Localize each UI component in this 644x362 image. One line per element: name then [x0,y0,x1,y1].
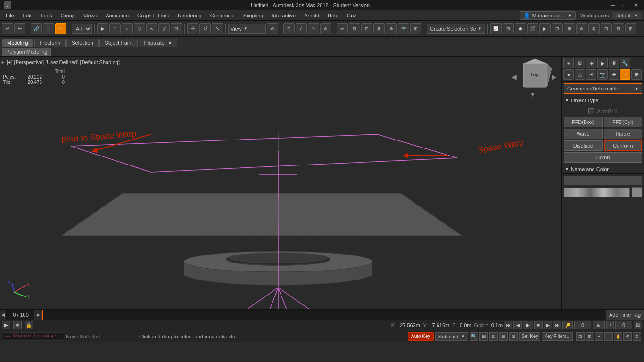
rp-display-icon[interactable]: 👁 [609,58,619,68]
menu-help[interactable]: Help [324,12,342,19]
menu-customize[interactable]: Customize [206,12,239,19]
autogrid-checkbox[interactable] [588,108,594,114]
time-config-button[interactable]: ⊞ [593,321,605,329]
frame-input[interactable] [574,321,591,329]
use-pivot-button[interactable]: ⊕ [267,23,278,34]
key-frame-input[interactable] [615,321,632,329]
maximize-button[interactable]: □ [621,2,628,8]
rp-motion-icon[interactable]: ▶ [597,58,608,68]
viewport-config-4[interactable]: ⊠ [509,332,518,341]
workspace-dropdown[interactable]: Default ▼ [612,12,642,19]
scale-button[interactable]: ⤡ [212,23,223,34]
render-last-button[interactable]: ⊡ [552,23,563,34]
rp-hierarchy-icon[interactable]: ⊞ [586,58,596,68]
align-camera-button[interactable]: 📷 [398,23,409,34]
key-filters-button[interactable]: Key Filters... [542,332,573,341]
rp-system-icon[interactable]: ⊞ [631,69,642,80]
rp-spacewarp-icon[interactable]: ~ [620,69,630,80]
undo-button[interactable]: ↩ [2,23,13,34]
extra-toolbar-4[interactable]: ⊟ [613,23,624,34]
selected-dropdown[interactable]: Selected ▼ [435,332,469,341]
curve-editor-button[interactable]: 📈 [490,23,502,34]
normal-align-button[interactable]: ⊠ [373,23,385,34]
transform-gizmo-button[interactable]: ⊕ [13,321,22,329]
menu-arnold[interactable]: Arnold [300,12,323,19]
viewport[interactable]: [+] [Perspective] [User Defined] [Defaul… [0,57,561,309]
object-name-input[interactable] [564,176,642,185]
create-selection-set-button[interactable]: Create Selection Se ▼ [427,24,485,34]
select-object-button[interactable]: ▶ [97,23,108,34]
add-time-tag-button[interactable]: Add Time Tag [606,310,644,320]
rp-light-icon[interactable]: ☀ [586,69,596,80]
menu-graph-editors[interactable]: Graph Editors [133,12,173,19]
redo-button[interactable]: ↪ [14,23,25,34]
menu-views[interactable]: Views [80,12,101,19]
angle-snap-button[interactable]: ∠ [296,23,307,34]
extra-toolbar-1[interactable]: ⊗ [576,23,587,34]
rp-helper-icon[interactable]: ✚ [609,69,619,80]
search-button[interactable]: 🔍 [470,332,478,341]
go-to-end-button[interactable]: ⏭ [553,321,561,329]
hierarchy-button[interactable]: ⊡ [361,23,372,34]
render-setup-button[interactable]: 🎬 [527,23,538,34]
rp-type-dropdown[interactable]: Geometric/Deformable ▼ [564,83,642,94]
wave-button[interactable]: Wave [564,129,603,139]
rp-modify-icon[interactable]: ⚙ [575,58,585,68]
timeline-track[interactable] [41,310,606,320]
scroll-left-button[interactable]: ◀ [0,310,7,320]
pan-button[interactable]: ✋ [614,332,622,341]
menu-tools[interactable]: Tools [36,12,56,19]
render-frame-button[interactable]: ▶ [539,23,551,34]
menu-goz[interactable]: GoZ [343,12,361,19]
orbit-button[interactable]: ↺ [623,332,632,341]
tab-populate[interactable]: Populate ▼ [139,39,177,47]
key-mode-button[interactable]: 🔑 [562,321,573,329]
zoom-extents-all-button[interactable]: ⊞ [586,332,594,341]
user-account[interactable]: 👤 Mohammed ... ▼ [520,11,576,20]
menu-group[interactable]: Group [57,12,79,19]
minimize-button[interactable]: ─ [609,2,617,8]
extra-toolbar-5[interactable]: ⊞ [625,23,636,34]
viewport-config-1[interactable]: ⊞ [479,332,488,341]
stop-button[interactable]: ■ [534,321,543,329]
bomb-button[interactable]: Bomb [564,152,642,163]
rp-camera-icon[interactable]: 📷 [597,69,608,80]
rotate-button[interactable]: ↺ [199,23,211,34]
color-gradient-bar[interactable] [564,188,630,197]
link-button[interactable]: 🔗 [31,23,42,34]
tab-object-paint[interactable]: Object Paint [99,39,138,47]
menu-interactive[interactable]: Interactive [268,12,299,19]
close-button[interactable]: ✕ [632,2,640,8]
menu-animation[interactable]: Animation [102,12,132,19]
bind-space-warp-button[interactable]: ~ [55,23,66,34]
spinner-snap-button[interactable]: ⊜ [320,23,331,34]
filter-select[interactable]: All [72,24,92,34]
color-swatch[interactable] [632,187,642,197]
select-filter-button[interactable]: ▶ [2,321,10,329]
viewport-plus[interactable]: + [1,59,4,66]
scroll-right-button[interactable]: ▶ [35,310,41,320]
align-button[interactable]: ⊟ [349,23,360,34]
extra-toolbar-2[interactable]: ⊠ [588,23,600,34]
prev-frame-button[interactable]: ◀ [513,321,522,329]
zoom-out-button[interactable]: - [604,332,613,341]
lock-button[interactable]: 🔒 [25,321,33,329]
add-key-button[interactable]: + [606,321,614,329]
maxscript-output[interactable]: -- Unable to conve [3,332,64,341]
select-region-lasso[interactable]: ∿ [146,23,157,34]
displace-button[interactable]: Displace [564,140,603,151]
menu-edit[interactable]: Edit [19,12,35,19]
next-frame-button[interactable]: ▶ [544,321,552,329]
reference-coord-dropdown[interactable]: View ▼ [228,24,266,34]
percent-snap-button[interactable]: % [308,23,319,34]
schematic-view-button[interactable]: ⊞ [503,23,514,34]
material-editor-button[interactable]: ⬟ [515,23,526,34]
rp-section-object-type[interactable]: ▼ Object Type [562,96,644,105]
set-key-button[interactable]: Set Key [519,332,540,341]
menu-file[interactable]: File [2,12,18,19]
place-highlight-button[interactable]: ⊗ [386,23,397,34]
tab-selection[interactable]: Selection [66,39,98,47]
ffd-box-button[interactable]: FFD(Box) [564,117,603,127]
select-region-rect[interactable]: □ [109,23,121,34]
menu-rendering[interactable]: Rendering [174,12,206,19]
